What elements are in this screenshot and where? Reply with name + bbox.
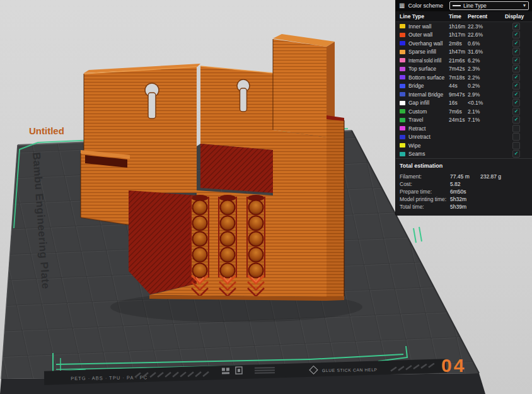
estimation-value: 5.82 [450, 181, 528, 187]
line-type-dropdown[interactable]: Line Type ▾ [449, 1, 529, 10]
line-type-label: Internal Bridge [408, 91, 449, 98]
line-type-row: Inner wall 1h16m 22.3% ✓ [396, 22, 532, 31]
line-type-row: Wipe [396, 141, 532, 150]
col-time: Time [449, 13, 468, 20]
object-name-label[interactable]: Untitled [29, 125, 64, 136]
line-type-row: Internal Bridge 9m47s 2.9% ✓ [396, 90, 532, 99]
line-type-label: Outer wall [408, 32, 449, 38]
line-type-label: Gap infill [408, 100, 449, 106]
line-type-color-swatch [400, 118, 405, 122]
estimation-label: Model printing time: [400, 196, 450, 202]
line-type-color-swatch [400, 135, 405, 139]
display-checkbox[interactable]: ✓ [512, 40, 520, 47]
line-type-row: Travel 24m1s 7.1% ✓ [396, 116, 532, 125]
estimation-value: 6m50s [450, 188, 528, 195]
display-checkbox[interactable]: ✓ [512, 108, 520, 115]
line-type-time: 7m6s [449, 108, 468, 115]
line-type-table: Inner wall 1h16m 22.3% ✓ Outer wall 1h17… [396, 22, 532, 158]
display-checkbox[interactable]: ✓ [512, 31, 520, 38]
line-type-row: Top surface 7m42s 2.3% ✓ [396, 65, 532, 74]
estimation-label: Total time: [400, 204, 450, 210]
model-right-wall [327, 115, 344, 298]
line-type-percent: 2.9% [468, 91, 512, 98]
col-percent: Percent [468, 13, 500, 20]
line-icon [453, 5, 461, 6]
line-type-percent: 22.3% [468, 23, 512, 30]
line-type-time: 1h47m [449, 49, 468, 55]
display-checkbox[interactable]: ✓ [512, 116, 520, 124]
line-type-percent: 2.1% [468, 108, 512, 115]
total-estimation-row: Cost: 5.82 [400, 180, 528, 188]
line-type-percent: 22.6% [468, 32, 512, 38]
display-checkbox[interactable] [512, 133, 520, 141]
line-type-color-swatch [400, 109, 405, 113]
estimation-label: Cost: [400, 181, 450, 187]
line-type-color-swatch [400, 101, 405, 105]
color-scheme-label: Color scheme [408, 3, 443, 9]
display-checkbox[interactable] [512, 125, 520, 132]
line-type-time: 1h17m [449, 32, 468, 38]
chevron-down-icon: ▾ [523, 3, 526, 8]
line-type-percent: <0.1% [468, 100, 512, 106]
total-estimation-title: Total estimation [400, 163, 528, 169]
total-estimation-row: Total time: 5h39m [400, 203, 528, 211]
display-checkbox[interactable]: ✓ [512, 48, 520, 55]
line-type-label: Travel [408, 117, 449, 123]
line-type-row: Retract [396, 124, 532, 133]
line-type-color-swatch [400, 143, 405, 148]
line-type-percent: 0.2% [468, 83, 512, 89]
col-display: Display [500, 13, 528, 20]
line-type-label: Top surface [408, 66, 449, 72]
line-type-color-swatch [400, 41, 405, 45]
estimation-value: 5h32m [450, 196, 528, 202]
model-left-box [81, 150, 130, 225]
line-type-color-swatch [400, 92, 405, 96]
color-scheme-icon: ▦ [399, 3, 405, 9]
line-type-label: Bottom surface [408, 74, 449, 81]
line-type-row: Internal solid infill 21m6s 6.2% ✓ [396, 56, 532, 65]
line-type-label: Inner wall [408, 23, 449, 30]
line-type-color-swatch [400, 24, 405, 28]
line-type-time: 9m47s [449, 91, 468, 98]
display-checkbox[interactable]: ✓ [512, 99, 520, 107]
display-checkbox[interactable]: ✓ [512, 23, 520, 30]
line-type-row: Sparse infill 1h47m 31.6% ✓ [396, 48, 532, 57]
line-type-label: Sparse infill [408, 49, 449, 55]
display-checkbox[interactable]: ✓ [512, 82, 520, 90]
line-type-percent: 7.1% [468, 117, 512, 123]
line-type-time: 7m18s [449, 74, 468, 81]
line-type-time: 24m1s [449, 117, 468, 123]
total-estimation-row: Prepare time: 6m50s [400, 188, 528, 195]
line-type-time: 44s [449, 83, 468, 89]
estimation-value: 5h39m [450, 204, 528, 210]
display-checkbox[interactable]: ✓ [512, 57, 520, 64]
line-type-label: Overhang wall [408, 40, 449, 47]
line-type-color-swatch [400, 50, 405, 54]
display-checkbox[interactable]: ✓ [512, 150, 520, 158]
line-type-row: Bottom surface 7m18s 2.2% ✓ [396, 73, 532, 82]
filament-label: Filament: [400, 173, 450, 180]
line-type-color-swatch [400, 75, 405, 79]
line-type-color-swatch [400, 33, 405, 37]
estimation-label: Prepare time: [400, 188, 450, 195]
display-checkbox[interactable]: ✓ [512, 65, 520, 72]
display-checkbox[interactable] [512, 142, 520, 149]
filament-weight: 232.87 g [480, 173, 528, 180]
line-type-percent: 0.6% [468, 40, 512, 47]
line-type-time: 16s [449, 100, 468, 106]
line-type-row: Outer wall 1h17m 22.6% ✓ [396, 31, 532, 40]
line-type-percent: 2.2% [468, 74, 512, 81]
plate-number: 04 [441, 355, 466, 376]
display-checkbox[interactable]: ✓ [512, 91, 520, 98]
line-type-label: Internal solid infill [408, 57, 441, 64]
display-checkbox[interactable]: ✓ [512, 74, 520, 81]
line-type-time: 2m8s [449, 40, 468, 47]
line-type-dropdown-value: Line Type [463, 3, 487, 9]
plate-hint-text: GLUE STICK CAN HELP [322, 368, 378, 373]
line-type-label: Wipe [408, 142, 449, 149]
line-type-label: Bridge [408, 83, 449, 89]
line-type-row: Unretract [396, 133, 532, 142]
filament-row: Filament: 77.45 m 232.87 g [400, 173, 528, 180]
line-type-time: 7m42s [449, 66, 468, 72]
line-type-percent: 31.6% [468, 49, 512, 55]
